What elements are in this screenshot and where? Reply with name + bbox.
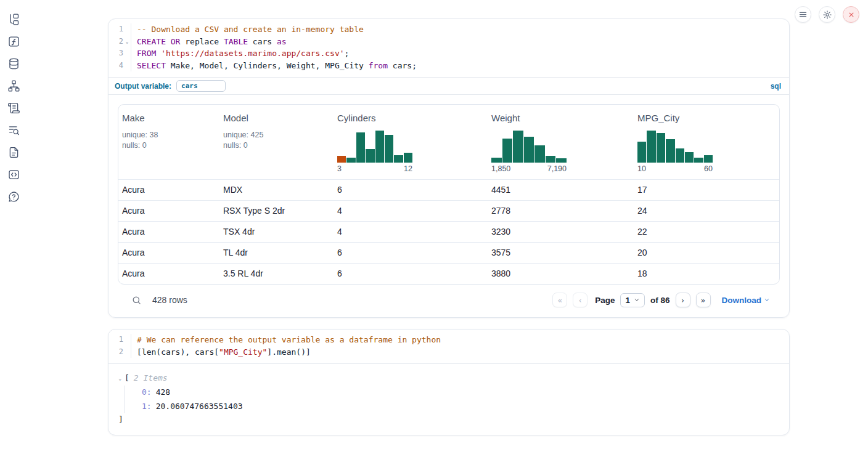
histogram-bar[interactable] xyxy=(524,137,534,163)
table-cell: 22 xyxy=(634,222,779,242)
database-icon[interactable] xyxy=(7,57,20,70)
language-badge[interactable]: sql xyxy=(771,82,781,91)
settings-button[interactable] xyxy=(819,6,835,23)
file-tree-icon[interactable] xyxy=(7,13,20,26)
histogram-bar[interactable] xyxy=(556,158,567,163)
fold-chevron-icon[interactable]: ⌄ xyxy=(123,36,131,48)
table-row[interactable]: AcuraTSX 4dr4323022 xyxy=(118,221,779,242)
histogram-axis: 1,8507,190 xyxy=(491,164,567,173)
page-select[interactable]: 1 xyxy=(620,293,645,307)
table-cell: Acura xyxy=(118,201,219,221)
histogram-bar[interactable] xyxy=(337,156,346,163)
code-line[interactable]: 4SELECT Make, Model, Cylinders, Weight, … xyxy=(108,60,789,72)
histogram-bar[interactable] xyxy=(534,145,545,163)
code-line[interactable]: 2[len(cars), cars["MPG_City"].mean()] xyxy=(108,346,789,358)
column-histogram: 312 xyxy=(337,131,412,173)
page-label: Page xyxy=(595,296,615,305)
column-header[interactable]: Modelunique: 425nulls: 0 xyxy=(219,105,334,179)
column-header[interactable]: Cylinders312 xyxy=(334,105,488,179)
histogram-bar[interactable] xyxy=(657,133,665,163)
download-button[interactable]: Download xyxy=(722,296,771,305)
table-cell: TL 4dr xyxy=(219,243,334,263)
histogram-bar[interactable] xyxy=(694,158,703,163)
histogram-bar[interactable] xyxy=(356,132,365,163)
collapse-chevron-icon[interactable]: ⌄ xyxy=(118,372,125,384)
histogram-bar[interactable] xyxy=(346,158,355,163)
last-page-button[interactable]: » xyxy=(696,293,711,307)
histogram-bar[interactable] xyxy=(502,139,513,163)
code-token: ].mean()] xyxy=(267,347,310,357)
prev-page-button[interactable]: ‹ xyxy=(573,293,588,307)
table-row[interactable]: Acura3.5 RL 4dr6388018 xyxy=(118,263,779,284)
log-search-icon[interactable] xyxy=(7,124,20,137)
row-count: 428 rows xyxy=(152,295,187,305)
histogram-bar[interactable] xyxy=(375,131,384,163)
hierarchy-icon[interactable] xyxy=(7,79,20,92)
table-cell: 3880 xyxy=(488,264,634,284)
output-variable-input[interactable] xyxy=(176,80,226,92)
code-token xyxy=(166,37,171,46)
snippets-icon[interactable] xyxy=(7,168,20,181)
line-number: 4 xyxy=(108,60,123,72)
table-row[interactable]: AcuraTL 4dr6357520 xyxy=(118,242,779,263)
open-bracket: [ xyxy=(125,372,129,384)
histogram-bar[interactable] xyxy=(685,152,694,163)
axis-min-label: 3 xyxy=(337,164,342,173)
next-page-button[interactable]: › xyxy=(676,293,690,307)
code-token: replace xyxy=(180,37,223,46)
code-line[interactable]: 1# We can reference the output variable … xyxy=(108,334,789,346)
axis-max-label: 7,190 xyxy=(547,164,567,173)
histogram-axis: 1060 xyxy=(637,164,713,173)
table-cell: 3230 xyxy=(488,222,634,242)
histogram-bar[interactable] xyxy=(385,135,393,163)
help-icon[interactable] xyxy=(7,190,20,203)
table-cell: 4451 xyxy=(488,180,634,200)
search-icon[interactable] xyxy=(131,295,142,305)
histogram-bar[interactable] xyxy=(647,131,655,163)
entry-value: 428 xyxy=(156,387,170,397)
histogram-bar[interactable] xyxy=(637,142,646,163)
code-line[interactable]: 1-- Download a CSV and create an in-memo… xyxy=(108,23,789,36)
python-code-editor[interactable]: 1# We can reference the output variable … xyxy=(108,330,789,363)
histogram-bar[interactable] xyxy=(513,131,523,163)
document-icon[interactable] xyxy=(7,146,20,159)
histogram-bar[interactable] xyxy=(704,155,713,163)
table-row[interactable]: AcuraMDX6445117 xyxy=(118,179,779,200)
column-title: MPG_City xyxy=(637,113,776,123)
table-row[interactable]: AcuraRSX Type S 2dr4277824 xyxy=(118,200,779,221)
histogram-bar[interactable] xyxy=(404,153,412,163)
code-token: SELECT xyxy=(137,61,166,70)
menu-button[interactable] xyxy=(795,6,811,23)
shutdown-button[interactable] xyxy=(843,6,859,23)
table-body: AcuraMDX6445117AcuraRSX Type S 2dr427782… xyxy=(118,179,779,284)
output-variable-label: Output variable: xyxy=(115,82,171,91)
histogram-bar[interactable] xyxy=(394,155,403,163)
first-page-button[interactable]: « xyxy=(552,293,567,307)
histogram-bar[interactable] xyxy=(666,139,674,163)
table-header: Makeunique: 38nulls: 0Modelunique: 425nu… xyxy=(118,105,779,179)
code-token: TABLE xyxy=(224,37,248,46)
close-icon xyxy=(847,10,856,19)
histogram-bar[interactable] xyxy=(676,148,684,163)
output-entry: 0:428 xyxy=(142,386,779,400)
histogram-bar[interactable] xyxy=(491,158,502,163)
code-line[interactable]: 2⌄CREATE OR replace TABLE cars as xyxy=(108,36,789,48)
column-title: Make xyxy=(122,113,216,123)
function-icon[interactable] xyxy=(7,35,20,48)
code-line[interactable]: 3FROM 'https://datasets.marimo.app/cars.… xyxy=(108,47,789,60)
sql-code-editor[interactable]: 1-- Download a CSV and create an in-memo… xyxy=(108,19,789,77)
column-header[interactable]: Weight1,8507,190 xyxy=(488,105,634,179)
script-icon[interactable] xyxy=(7,102,20,115)
histogram-bar[interactable] xyxy=(546,156,556,163)
column-header[interactable]: MPG_City1060 xyxy=(634,105,779,179)
column-title: Cylinders xyxy=(337,113,484,123)
axis-max-label: 60 xyxy=(704,164,713,173)
chevron-down-icon xyxy=(634,297,640,303)
axis-max-label: 12 xyxy=(404,164,412,173)
table-cell: Acura xyxy=(118,222,219,242)
column-header[interactable]: Makeunique: 38nulls: 0 xyxy=(118,105,219,179)
table-cell: 6 xyxy=(334,243,488,263)
line-number: 2 xyxy=(108,36,123,48)
histogram-bar[interactable] xyxy=(366,149,374,163)
column-stats: unique: 38nulls: 0 xyxy=(122,130,216,150)
